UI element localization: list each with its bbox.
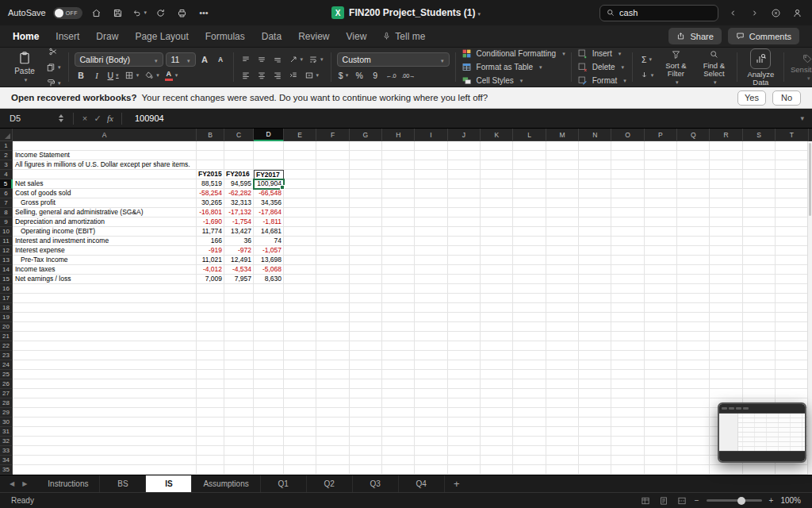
cell-L1[interactable]	[513, 141, 546, 151]
format-cells-button[interactable]: Format	[577, 75, 626, 87]
cell-P22[interactable]	[645, 341, 677, 351]
cell-H7[interactable]	[382, 198, 415, 208]
cell-Q16[interactable]	[677, 284, 710, 294]
cell-A15[interactable]: Net earnings / loss	[13, 275, 197, 284]
cell-J4[interactable]	[448, 170, 481, 179]
cell-N3[interactable]	[579, 160, 611, 170]
cell-N28[interactable]	[579, 398, 611, 408]
cell-A10[interactable]: Operating income (EBIT)	[13, 227, 197, 237]
row-header-5[interactable]: 5	[0, 179, 13, 189]
row-header-1[interactable]: 1	[0, 141, 13, 151]
row-header-4[interactable]: 4	[0, 170, 13, 179]
cell-K23[interactable]	[481, 351, 513, 360]
cell-H30[interactable]	[382, 418, 415, 427]
cell-Q29[interactable]	[677, 408, 710, 418]
wrap-text-button[interactable]	[307, 52, 325, 66]
cell-D17[interactable]	[254, 294, 284, 303]
cell-L23[interactable]	[513, 351, 546, 360]
cell-D26[interactable]	[254, 379, 284, 389]
row-header-16[interactable]: 16	[0, 284, 13, 294]
cell-G10[interactable]	[350, 227, 382, 237]
cell-K28[interactable]	[481, 398, 513, 408]
cell-E14[interactable]	[284, 265, 316, 275]
cell-G17[interactable]	[350, 294, 382, 303]
cell-A28[interactable]	[13, 398, 197, 408]
cell-N18[interactable]	[579, 303, 611, 313]
row-header-15[interactable]: 15	[0, 275, 13, 284]
cell-Q33[interactable]	[677, 446, 710, 456]
cell-M35[interactable]	[546, 465, 579, 475]
cell-J10[interactable]	[448, 227, 481, 237]
merge-center-button[interactable]	[303, 68, 321, 82]
cell-P2[interactable]	[645, 151, 677, 160]
cell-E5[interactable]	[284, 179, 316, 189]
cell-C27[interactable]	[224, 389, 254, 398]
cell-R3[interactable]	[710, 160, 742, 170]
cell-I22[interactable]	[415, 341, 447, 351]
cell-N16[interactable]	[579, 284, 611, 294]
cell-J6[interactable]	[448, 189, 481, 198]
cell-F5[interactable]	[316, 179, 349, 189]
cell-S3[interactable]	[743, 160, 776, 170]
cell-J12[interactable]	[448, 246, 481, 256]
cell-P27[interactable]	[645, 389, 677, 398]
cell-N25[interactable]	[579, 370, 611, 379]
cell-J9[interactable]	[448, 217, 481, 227]
cell-D6[interactable]: -66,548	[254, 189, 284, 198]
cell-M34[interactable]	[546, 456, 579, 465]
cell-P1[interactable]	[645, 141, 677, 151]
cell-B12[interactable]: -919	[197, 246, 224, 256]
row-header-18[interactable]: 18	[0, 303, 13, 313]
cell-P19[interactable]	[645, 313, 677, 322]
cell-K21[interactable]	[481, 332, 513, 341]
cell-O28[interactable]	[611, 398, 644, 408]
number-format-select[interactable]: Custom	[337, 52, 450, 67]
cell-M23[interactable]	[546, 351, 579, 360]
format-painter-button[interactable]	[44, 76, 63, 87]
zoom-slider-knob[interactable]	[737, 497, 745, 505]
page-break-view-icon[interactable]	[676, 495, 688, 506]
cell-I31[interactable]	[415, 427, 447, 437]
sort-filter-button[interactable]: Sort & Filter	[658, 49, 693, 86]
row-header-32[interactable]: 32	[0, 437, 13, 446]
cell-Q7[interactable]	[677, 198, 710, 208]
sheet-tab-is[interactable]: IS	[146, 475, 192, 492]
print-icon[interactable]	[175, 6, 190, 20]
cell-I35[interactable]	[415, 465, 447, 475]
cell-M2[interactable]	[546, 151, 579, 160]
cell-D35[interactable]	[254, 465, 284, 475]
column-header-Q[interactable]: Q	[677, 129, 710, 141]
cell-A29[interactable]	[13, 408, 197, 418]
cell-A30[interactable]	[13, 418, 197, 427]
cell-P25[interactable]	[645, 370, 677, 379]
cell-O35[interactable]	[611, 465, 644, 475]
cell-C3[interactable]	[224, 160, 254, 170]
cell-O31[interactable]	[611, 427, 644, 437]
cell-Q15[interactable]	[677, 275, 710, 284]
cell-M7[interactable]	[546, 198, 579, 208]
cell-I12[interactable]	[415, 246, 447, 256]
cell-E18[interactable]	[284, 303, 316, 313]
cell-H32[interactable]	[382, 437, 415, 446]
cell-L6[interactable]	[513, 189, 546, 198]
cell-I7[interactable]	[415, 198, 447, 208]
cell-P29[interactable]	[645, 408, 677, 418]
delete-cells-button[interactable]: Delete	[577, 62, 626, 73]
cell-K20[interactable]	[481, 322, 513, 332]
row-header-6[interactable]: 6	[0, 189, 13, 198]
cell-F3[interactable]	[316, 160, 349, 170]
cell-Q8[interactable]	[677, 208, 710, 217]
cell-Q3[interactable]	[677, 160, 710, 170]
cell-B18[interactable]	[197, 303, 224, 313]
cell-E28[interactable]	[284, 398, 316, 408]
cell-D24[interactable]	[254, 360, 284, 370]
home-icon[interactable]	[90, 6, 104, 20]
cell-H34[interactable]	[382, 456, 415, 465]
cell-L34[interactable]	[513, 456, 546, 465]
cell-H5[interactable]	[382, 179, 415, 189]
sheet-tab-bs[interactable]: BS	[100, 475, 146, 492]
cell-S35[interactable]	[743, 465, 776, 475]
cell-O34[interactable]	[611, 456, 644, 465]
cell-I32[interactable]	[415, 437, 447, 446]
cell-G21[interactable]	[350, 332, 382, 341]
